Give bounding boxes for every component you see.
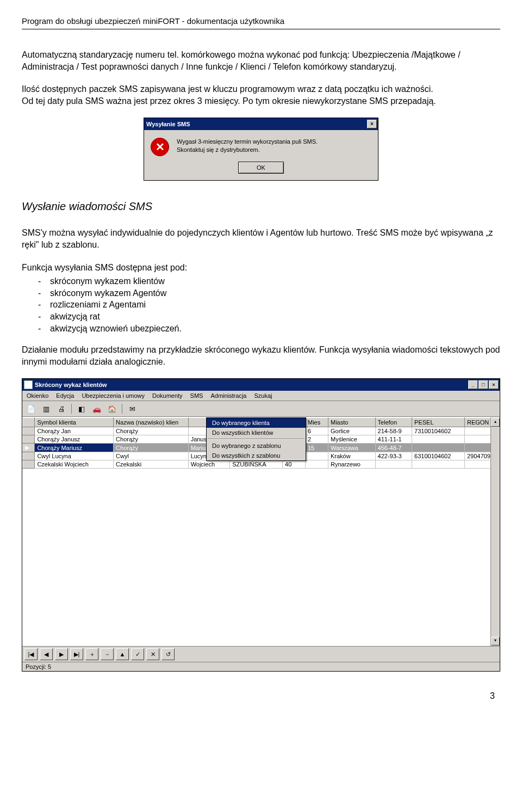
nav-first-button[interactable]: |◀ (24, 648, 38, 660)
cell[interactable]: 6 (306, 427, 328, 435)
columns-icon: ▥ (43, 405, 49, 413)
menu-administracja[interactable]: Administracja (210, 392, 246, 399)
toolbar-btn-3[interactable]: 🖨 (55, 402, 68, 415)
cell[interactable] (375, 460, 412, 469)
menu-dokumenty[interactable]: Dokumenty (152, 392, 183, 399)
col-miasto[interactable]: Miasto (328, 418, 375, 427)
menu-item-do-wszystkich[interactable]: Do wszystkich klientów (207, 428, 306, 438)
cell[interactable]: ▶ (23, 444, 35, 452)
toolbar-btn-7[interactable]: ✉ (126, 402, 139, 415)
cell[interactable]: 214-58-9 (375, 427, 412, 435)
dialog-title: Wysyłanie SMS (146, 121, 190, 127)
menu-separator (208, 439, 304, 440)
col-symbol[interactable]: Symbol klienta (35, 418, 114, 427)
print-icon: 🖨 (58, 405, 65, 413)
dialog-titlebar: Wysyłanie SMS (144, 118, 378, 130)
menu-ubezpieczenia[interactable]: Ubezpieczenia i umowy (82, 392, 145, 399)
cell[interactable]: Rynarzewo (328, 460, 375, 469)
toolbar-btn-4[interactable]: ◧ (75, 402, 88, 415)
house-icon: 🏠 (108, 405, 116, 413)
nav-last-button[interactable]: ▶| (70, 648, 83, 660)
toolbar-btn-5[interactable]: 🚗 (90, 402, 103, 415)
ok-button[interactable]: OK (238, 162, 284, 174)
app-title: Skrócony wykaz klientów (35, 382, 107, 388)
cell[interactable]: Chorąży (114, 427, 189, 435)
nav-next-button[interactable]: ▶ (55, 648, 68, 660)
cell[interactable]: Chorąży (114, 444, 189, 452)
mail-icon: ✉ (129, 405, 135, 413)
col-telefon[interactable]: Telefon (375, 418, 412, 427)
nav-prev-button[interactable]: ◀ (40, 648, 53, 660)
menu-item-do-wybranego[interactable]: Do wybranego klienta (207, 418, 306, 428)
cell[interactable]: Gorlice (328, 427, 375, 435)
cell[interactable]: Chorąży Mariusz (35, 444, 114, 452)
toolbar-btn-6[interactable]: 🏠 (105, 402, 119, 415)
list-item: skróconym wykazem Agentów (50, 287, 500, 299)
nav-edit-button[interactable]: ▲ (116, 648, 129, 660)
toolbar-btn-2[interactable]: ▥ (40, 402, 53, 415)
doc-header: Program do obsługi ubezpieczeń miniFORT … (22, 16, 500, 26)
cell[interactable] (412, 444, 465, 452)
cell[interactable]: SZUBIŃSKA (230, 460, 283, 469)
cell[interactable]: Czekalski (114, 460, 189, 469)
app-window: Skrócony wykaz klientów _ □ × Okienko Ed… (22, 378, 500, 672)
scroll-down-icon[interactable]: ▾ (491, 637, 500, 645)
col-pesel[interactable]: PESEL (412, 418, 465, 427)
cell[interactable] (412, 435, 465, 444)
menu-szukaj[interactable]: Szukaj (254, 392, 272, 399)
list-item: skróconym wykazem klientów (50, 275, 500, 287)
col-mies[interactable]: Mies (306, 418, 328, 427)
cell[interactable]: Myślenice (328, 435, 375, 444)
menu-sms[interactable]: SMS (190, 392, 203, 399)
cell[interactable]: Chorąży (114, 435, 189, 444)
paragraph-1: Automatyczną standaryzację numeru tel. k… (22, 49, 500, 72)
header-rule (22, 29, 500, 29)
cell[interactable] (306, 452, 328, 460)
close-icon[interactable]: × (489, 380, 499, 389)
page-number: 3 (22, 691, 500, 701)
table-row[interactable]: Czekalski WojciechCzekalskiWojciechSZUBI… (23, 460, 500, 469)
close-icon[interactable] (367, 120, 377, 128)
cell[interactable] (23, 435, 35, 444)
sms-dropdown-menu: Do wybranego klienta Do wszystkich klien… (206, 417, 306, 461)
menu-okienko[interactable]: Okienko (27, 392, 48, 399)
cell[interactable] (23, 427, 35, 435)
cell[interactable]: Kraków (328, 452, 375, 460)
cell[interactable]: 2 (306, 435, 328, 444)
nav-ok-button[interactable]: ✓ (131, 648, 144, 660)
scroll-up-icon[interactable]: ▴ (491, 418, 500, 427)
cell[interactable]: Warszawa (328, 444, 375, 452)
cell[interactable] (412, 460, 465, 469)
cell[interactable]: Wojciech (188, 460, 230, 469)
app-menubar: Okienko Edycja Ubezpieczenia i umowy Dok… (22, 391, 500, 401)
cell[interactable]: Cwyl (114, 452, 189, 460)
cell[interactable]: 15 (306, 444, 328, 452)
menu-item-wszystkich-szablon[interactable]: Do wszystkich z szablonu (207, 451, 306, 460)
cell[interactable]: Cwyl Lucyna (35, 452, 114, 460)
cell[interactable]: 63100104602 (412, 452, 465, 460)
list-item: rozliczeniami z Agentami (50, 299, 500, 311)
nav-remove-button[interactable]: － (101, 648, 114, 660)
cell[interactable] (306, 460, 328, 469)
cell[interactable]: Chorąży Janusz (35, 435, 114, 444)
menu-edycja[interactable]: Edycja (56, 392, 74, 399)
nav-refresh-button[interactable]: ↺ (161, 648, 175, 660)
col-nazwa[interactable]: Nazwa (nazwisko) klien (114, 418, 189, 427)
nav-cancel-button[interactable]: ✕ (146, 648, 159, 660)
cell[interactable]: 411-11-1 (375, 435, 412, 444)
maximize-icon[interactable]: □ (478, 380, 488, 389)
cell[interactable]: 40 (283, 460, 306, 469)
cell[interactable]: 73100104602 (412, 427, 465, 435)
vertical-scrollbar[interactable]: ▴ ▾ (490, 417, 500, 646)
minimize-icon[interactable]: _ (468, 380, 478, 389)
cell[interactable] (23, 452, 35, 460)
cell[interactable]: 456-48-7 (375, 444, 412, 452)
cell[interactable]: 422-93-3 (375, 452, 412, 460)
cell[interactable] (23, 460, 35, 469)
nav-add-button[interactable]: ＋ (85, 648, 98, 660)
cell[interactable]: Czekalski Wojciech (35, 460, 114, 469)
menu-item-wybranego-szablon[interactable]: Do wybranego z szablonu (207, 441, 306, 451)
cell[interactable]: Chorąży Jan (35, 427, 114, 435)
doc-icon: 📄 (27, 405, 35, 413)
toolbar-btn-1[interactable]: 📄 (24, 402, 38, 415)
